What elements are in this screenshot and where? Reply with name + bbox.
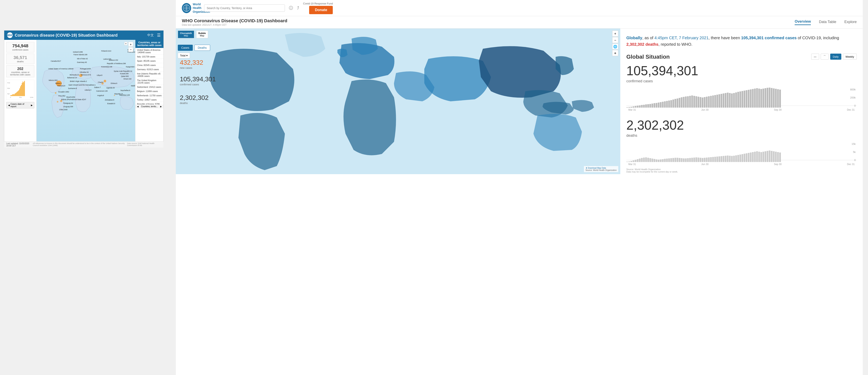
choropleth-map-btn[interactable]: Choropleth Map — [178, 31, 194, 38]
deaths-big-stat: 2,302,302 — [626, 118, 857, 133]
map-stats-overlay: 432,332 new cases 105,394,301 confirmed … — [180, 59, 216, 111]
list-item[interactable]: Iran (Islamic Republic of) :44606 cases — [135, 71, 163, 78]
zoom-in-right[interactable]: + — [612, 31, 618, 37]
country-list-footer: ◀ Countries, territo... ▶ — [135, 105, 163, 108]
svg-rect-64 — [744, 91, 745, 108]
svg-rect-153 — [767, 151, 768, 162]
total-dropdown[interactable]: Total ▾ — [178, 53, 190, 58]
maldives-label: Maldives:17 — [131, 85, 135, 87]
svg-rect-75 — [767, 88, 768, 108]
list-item[interactable]: Germany :61913 cases — [135, 67, 163, 71]
svg-rect-124 — [706, 157, 708, 162]
uganda-label: Uganda:33 — [106, 87, 115, 89]
zoom-in-btn[interactable]: + — [128, 42, 133, 47]
list-item[interactable]: China :82545 cases — [135, 63, 163, 67]
usa-label: United States of America:140640 — [48, 68, 73, 70]
confirmed-cases-box: 754,948 confirmed cases — [6, 42, 34, 52]
svg-rect-10 — [630, 107, 632, 108]
legend-btn[interactable]: ≡ — [124, 42, 127, 45]
zoom-out-right[interactable]: − — [612, 37, 618, 43]
donate-button[interactable]: Donate — [309, 6, 333, 14]
daily-btn[interactable]: Daily — [830, 54, 841, 60]
cases-date-label: Cases date of report — [10, 103, 30, 108]
list-item[interactable]: Belgium :11899 cases — [135, 89, 163, 93]
tab-data-table[interactable]: Data Table — [819, 20, 836, 25]
globe-btn[interactable]: 🌐 — [612, 44, 618, 50]
info-icon[interactable]: ⓘ — [289, 5, 293, 11]
svg-rect-36 — [685, 96, 687, 108]
country-list-scroll[interactable]: United States of America :140640 cases I… — [135, 48, 163, 105]
svg-rect-147 — [754, 152, 756, 162]
finland-label: Finland:1313 — [101, 50, 111, 52]
svg-rect-23 — [658, 103, 659, 108]
lang-switch[interactable]: 中文 — [147, 33, 154, 37]
layers-btn[interactable]: ⊕ — [612, 50, 618, 56]
gabon-label: Gabon:7 — [94, 86, 101, 88]
svg-text:0: 0 — [854, 104, 856, 107]
svg-rect-104 — [664, 159, 666, 162]
new-cases-stat: 432,332 new cases — [180, 59, 216, 69]
paraguay-label: Paraguay:64 — [63, 102, 73, 104]
morocco-label: Morocco:574 — [81, 74, 91, 76]
svg-rect-135 — [729, 156, 731, 162]
list-item[interactable]: Spain :85195 cases — [135, 59, 163, 63]
svg-rect-126 — [710, 157, 712, 162]
cases-toggle-btn[interactable]: Cases — [178, 45, 193, 51]
new-cases-label: new cases — [180, 66, 216, 69]
share-icon[interactable]: ⤴ — [297, 6, 299, 10]
svg-rect-43 — [700, 97, 701, 108]
svg-rect-121 — [700, 158, 701, 162]
left-body: 754,948 confirmed cases 36,571 deaths 20… — [4, 40, 163, 141]
list-item[interactable]: The United Kingdom :22145 cases — [135, 78, 163, 85]
svg-rect-26 — [664, 101, 666, 108]
confirmed-cases-stat: 105,394,301 confirmed cases — [180, 76, 216, 86]
list-item[interactable]: Turkey :10827 cases — [135, 98, 163, 102]
nav-row: ◀ Cases date of report ▶ — [6, 102, 34, 108]
list-item[interactable]: Switzerland :15412 cases — [135, 85, 163, 89]
area-chart-btn[interactable]: ⌒ — [821, 54, 829, 60]
bubble-map-btn[interactable]: Bubble Map — [196, 31, 208, 38]
globally-text: Globally — [626, 36, 642, 40]
mexico-label: México:993 — [49, 79, 57, 81]
prev-country-btn[interactable]: ◀ — [137, 105, 138, 108]
tab-overview[interactable]: Overview — [795, 20, 811, 25]
left-header: WHO Coronavirus disease (COVID-19) Situa… — [4, 31, 163, 40]
svg-rect-70 — [756, 88, 758, 108]
faroe-label: Faroe Islands:168 — [73, 54, 87, 56]
last-updated-right: Data last updated: 2021/1/7, 4:45pm CET — [182, 24, 287, 26]
left-header-title: WHO Coronavirus disease (COVID-19) Situa… — [7, 32, 118, 38]
chart-source: Source: World Health Organization — [626, 168, 857, 171]
tab-explore[interactable]: Explore — [844, 20, 857, 25]
x-label-dec31: Dec 31 — [847, 108, 855, 111]
list-item[interactable]: United States of America :140640 cases — [135, 48, 163, 55]
list-item[interactable]: Italy :101739 cases — [135, 55, 163, 59]
svg-rect-50 — [714, 95, 716, 108]
weekly-btn[interactable]: Weekly — [843, 54, 857, 60]
canada-label: Canada:6317 — [51, 60, 61, 62]
confirmed-big-stat: 105,394,301 — [626, 63, 857, 78]
svg-rect-54 — [723, 93, 724, 108]
cameroon-label: Cameroon:139 — [96, 90, 107, 92]
download-map-data[interactable]: ⬇ Download Map Data — [586, 167, 617, 169]
list-item[interactable]: Netherlands :11750 cases — [135, 93, 163, 98]
list-item[interactable]: Republic of Korea :9786 cases — [135, 102, 163, 105]
deaths-toggle-btn[interactable]: Deaths — [194, 45, 210, 51]
line-chart-btn[interactable]: — — [811, 54, 819, 60]
zoom-out-btn[interactable]: − — [128, 47, 133, 52]
svg-rect-149 — [758, 152, 760, 162]
svg-rect-39 — [691, 95, 693, 108]
svg-rect-97 — [649, 158, 651, 162]
svg-rect-122 — [702, 158, 703, 162]
x-label-mar31: Mar 31 — [628, 108, 636, 111]
cases-date-nav[interactable]: ◀ Cases date of report ▶ — [6, 102, 34, 108]
svg-rect-25 — [662, 102, 663, 108]
svg-rect-154 — [769, 150, 770, 162]
svg-rect-81 — [779, 90, 781, 108]
svg-rect-34 — [681, 97, 682, 108]
search-input[interactable] — [204, 4, 285, 12]
next-country-btn[interactable]: ▶ — [160, 105, 162, 108]
svg-rect-137 — [733, 156, 735, 162]
mauritius-label: Mauritius:128 — [119, 94, 130, 96]
chart-controls: — ⌒ Daily Weekly — [811, 54, 857, 60]
menu-icon[interactable]: ☰ — [157, 33, 161, 38]
